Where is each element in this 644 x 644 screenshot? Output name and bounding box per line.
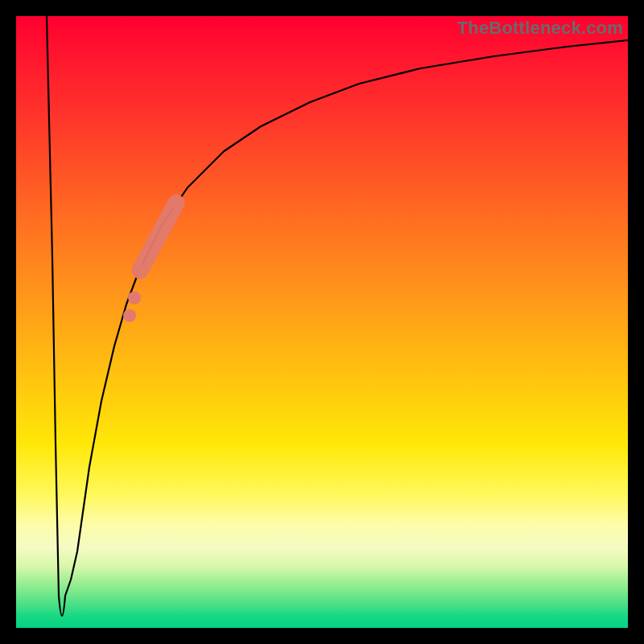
chart-svg — [16, 16, 628, 628]
chart-frame: TheBottleneck.com — [0, 0, 644, 644]
highlight-dot-1 — [128, 291, 141, 304]
plot-area: TheBottleneck.com — [16, 16, 628, 628]
highlight-thick-segment — [140, 203, 176, 270]
highlight-dot-2 — [123, 309, 136, 322]
